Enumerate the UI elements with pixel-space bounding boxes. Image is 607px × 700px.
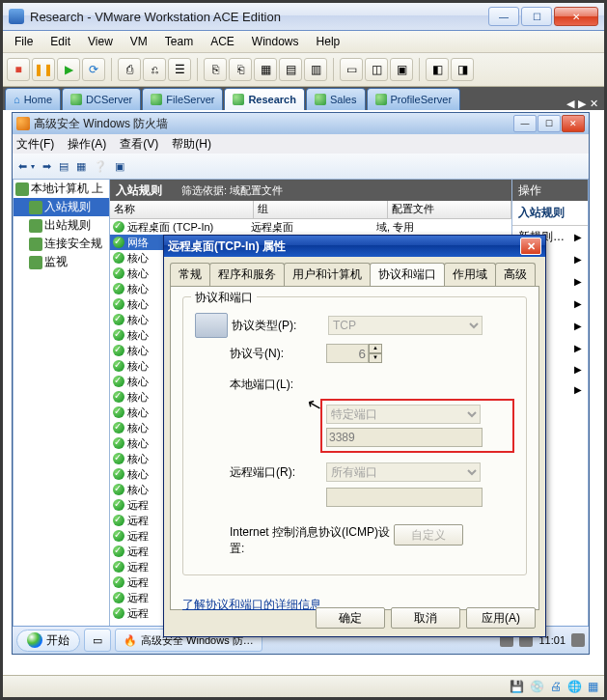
tree-node[interactable]: 入站规则 — [14, 198, 109, 216]
guest-maximize-button[interactable]: ☐ — [538, 115, 561, 132]
col-profile[interactable]: 配置文件 — [388, 201, 511, 218]
start-button[interactable]: 开始 — [16, 630, 80, 652]
tab-close-button[interactable]: ✕ — [590, 98, 598, 110]
tray-icon[interactable] — [571, 633, 585, 647]
menu-file[interactable]: File — [7, 33, 41, 50]
window-title: Research - VMware Workstation ACE Editio… — [30, 10, 488, 24]
cancel-button[interactable]: 取消 — [391, 607, 460, 629]
col-group[interactable]: 组 — [254, 201, 388, 218]
tool-button[interactable]: ⎗ — [229, 58, 252, 81]
dialog-tab[interactable]: 程序和服务 — [209, 263, 285, 286]
guest-nav-back[interactable]: ⬅▾ — [18, 160, 35, 173]
vmware-statusbar: 💾 💿 🖨 🌐 ▦ — [3, 675, 604, 697]
dialog-tab[interactable]: 常规 — [170, 263, 210, 286]
firewall-icon — [16, 117, 30, 130]
sidebar-button[interactable]: ◧ — [426, 58, 449, 81]
pause-button[interactable]: ❚❚ — [32, 58, 55, 81]
guest-titlebar: 高级安全 Windows 防火墙 — ☐ ✕ — [13, 113, 589, 134]
maximize-button[interactable]: ☐ — [521, 7, 552, 26]
play-button[interactable]: ▶ — [57, 58, 80, 81]
device-icon[interactable]: 💾 — [510, 680, 524, 693]
dialog-tab[interactable]: 用户和计算机 — [284, 263, 371, 286]
vm-tab-sales[interactable]: Sales — [306, 88, 366, 110]
menu-team[interactable]: Team — [157, 33, 201, 50]
device-icon[interactable]: ▦ — [588, 680, 598, 693]
snapshot-mgr-button[interactable]: ☰ — [168, 58, 191, 81]
mmc-rules-header: 入站规则 筛选依据: 域配置文件 — [110, 180, 511, 201]
tool-button[interactable]: ⎘ — [204, 58, 227, 81]
guest-menubar: 文件(F) 操作(A) 查看(V) 帮助(H) — [13, 134, 589, 154]
proto-type-select: TCP — [328, 316, 483, 335]
learn-more-link[interactable]: 了解协议和端口的详细信息 — [182, 598, 321, 611]
thumbnail-button[interactable]: ◨ — [451, 58, 474, 81]
quicklaunch-button[interactable]: ▭ — [84, 629, 111, 652]
tree-node[interactable]: 监视 — [14, 253, 109, 271]
guest-tool-btn[interactable]: ❔ — [94, 160, 107, 173]
tool-button[interactable]: ▦ — [254, 58, 277, 81]
guest-menu-file[interactable]: 文件(F) — [16, 136, 54, 153]
remote-port-select: 所有端口 — [326, 462, 481, 482]
proto-num-label: 协议号(N): — [230, 346, 326, 362]
rule-row[interactable]: 远程桌面 (TCP-In)远程桌面域, 专用 — [110, 219, 511, 235]
guest-close-button[interactable]: ✕ — [562, 115, 585, 132]
vm-tab-home[interactable]: ⌂Home — [5, 88, 61, 110]
dialog-tab[interactable]: 高级 — [495, 263, 536, 286]
tool-button[interactable]: ▥ — [304, 58, 327, 81]
tree-node[interactable]: 连接安全规 — [14, 235, 109, 253]
remote-port-input — [326, 488, 483, 507]
tabs-scroll-left[interactable]: ◀ — [566, 98, 574, 110]
dialog-titlebar: 远程桌面(TCP-In) 属性 ✕ — [164, 236, 545, 257]
menu-vm[interactable]: VM — [123, 33, 155, 50]
guest-tool-btn[interactable]: ▤ — [59, 160, 69, 173]
guest-menu-view[interactable]: 查看(V) — [120, 136, 158, 153]
menu-help[interactable]: Help — [309, 33, 348, 50]
close-button[interactable]: ✕ — [554, 7, 598, 26]
col-name[interactable]: 名称 — [110, 201, 254, 218]
protocol-icon — [195, 313, 228, 338]
guest-title-text: 高级安全 Windows 防火墙 — [34, 116, 168, 132]
view-button[interactable]: ▣ — [390, 58, 413, 81]
stop-button[interactable]: ■ — [7, 58, 30, 81]
snapshot-revert-button[interactable]: ⎌ — [143, 58, 166, 81]
vm-tab-dcserver[interactable]: DCServer — [62, 88, 141, 110]
ok-button[interactable]: 确定 — [316, 607, 385, 629]
menu-view[interactable]: View — [80, 33, 121, 50]
device-icon[interactable]: 💿 — [530, 680, 544, 693]
vm-tab-fileserver[interactable]: FileServer — [142, 88, 223, 110]
menu-edit[interactable]: Edit — [42, 33, 78, 50]
vm-tab-research[interactable]: Research — [224, 88, 305, 110]
guest-menu-action[interactable]: 操作(A) — [68, 136, 106, 153]
guest-tool-btn[interactable]: ▣ — [115, 160, 124, 173]
guest-menu-help[interactable]: 帮助(H) — [172, 136, 211, 153]
guest-tool-btn[interactable]: ▦ — [76, 160, 86, 173]
vm-tab-profileserver[interactable]: ProfileServer — [367, 88, 461, 110]
guest-minimize-button[interactable]: — — [513, 115, 537, 132]
dialog-body: 协议和端口 协议类型(P): TCP 协议号(N): ▲▼ 本地端口(L): 特… — [170, 286, 539, 610]
dialog-title-text: 远程桌面(TCP-In) 属性 — [168, 238, 286, 255]
start-orb-icon — [27, 632, 42, 648]
local-port-select: 特定端口 — [326, 405, 481, 424]
proto-type-label: 协议类型(P): — [232, 318, 328, 334]
mmc-tree: 本地计算机 上入站规则出站规则连接安全规监视 — [14, 180, 110, 631]
apply-button[interactable]: 应用(A) — [466, 607, 536, 629]
device-icon[interactable]: 🌐 — [567, 680, 582, 693]
tree-node[interactable]: 出站规则 — [14, 216, 109, 235]
dialog-tab[interactable]: 作用域 — [444, 263, 496, 286]
remote-port-label: 远程端口(R): — [230, 464, 326, 481]
reset-button[interactable]: ⟳ — [82, 58, 105, 81]
toolbar: ■ ❚❚ ▶ ⟳ ⎙ ⎌ ☰ ⎘ ⎗ ▦ ▤ ▥ ▭ ◫ ▣ ◧ ◨ — [3, 53, 604, 87]
menu-ace[interactable]: ACE — [203, 33, 242, 50]
tool-button[interactable]: ▤ — [279, 58, 302, 81]
snapshot-button[interactable]: ⎙ — [118, 58, 141, 81]
actions-header: 操作 — [512, 180, 588, 201]
unity-button[interactable]: ◫ — [365, 58, 388, 81]
minimize-button[interactable]: — — [488, 7, 519, 26]
tabs-scroll-right[interactable]: ▶ — [578, 98, 586, 110]
dialog-close-button[interactable]: ✕ — [520, 238, 541, 255]
dialog-tab[interactable]: 协议和端口 — [370, 263, 445, 286]
guest-nav-fwd[interactable]: ➡ — [42, 160, 51, 173]
menu-windows[interactable]: Windows — [244, 33, 307, 50]
fullscreen-button[interactable]: ▭ — [340, 58, 363, 81]
device-icon[interactable]: 🖨 — [550, 680, 562, 693]
tree-node[interactable]: 本地计算机 上 — [14, 180, 109, 198]
